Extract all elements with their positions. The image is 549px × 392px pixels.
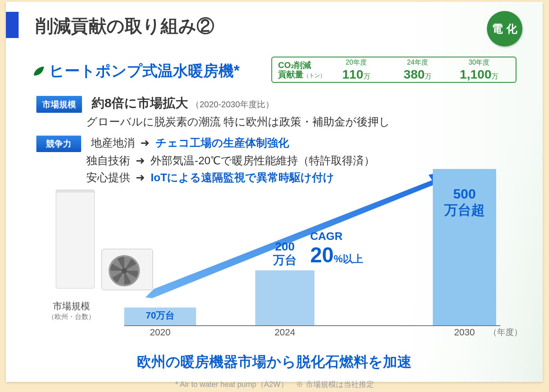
bottom-message: 欧州の暖房機器市場から脱化石燃料を加速 [6, 352, 543, 372]
leaf-icon [32, 65, 45, 78]
market-line1-bold: 約8倍に市場拡大 [92, 96, 188, 110]
bar-2024-label: 200 万台 [255, 240, 314, 267]
arrow-icon: ➜ [136, 154, 145, 167]
bar-2030-label: 500 万台超 [433, 186, 496, 218]
co2-u: 万 [363, 73, 370, 80]
header: 削減貢献の取り組み② 電 化 [6, 12, 543, 39]
co2-reduction-box: CO₂削減 貢献量（トン） 20年度 110万 24年度 380万 30年度 1… [271, 57, 516, 83]
cagr-suffix: %以上 [334, 253, 363, 264]
co2-u: 万 [425, 73, 432, 80]
co2-year: 20年度 [325, 58, 387, 67]
category-badge: 電 化 [487, 11, 522, 46]
compete-row1-a: 独自技術 [86, 154, 130, 167]
co2-value: 110 [342, 67, 363, 81]
page-title: 削減貢献の取り組み② [36, 14, 214, 38]
cagr-label: CAGR [310, 230, 363, 243]
x-axis [124, 325, 500, 326]
cagr-annotation: CAGR 20%以上 [310, 230, 363, 267]
co2-value: 380 [404, 67, 425, 81]
market-line1-note: （2020-2030年度比） [191, 100, 274, 109]
co2-cell-24: 24年度 380万 [387, 58, 448, 82]
x-axis-unit: （年度） [489, 327, 522, 338]
chart-side-label: 市場規模 （欧州・台数） [36, 300, 107, 321]
compete-row2-a: 安心提供 [86, 171, 130, 184]
bar-2030: 500 万台超 [433, 169, 496, 325]
bar-2020: 70万台 [124, 308, 196, 325]
tag-compete: 競争力 [36, 136, 81, 152]
indoor-unit [56, 190, 95, 289]
bar-2020-label: 70万台 [124, 309, 196, 322]
sub-title: ヒートポンプ式温水暖房機* [49, 61, 240, 82]
sub-heading: ヒートポンプ式温水暖房機* [32, 61, 240, 82]
co2-value: 1,100 [460, 67, 492, 81]
compete-row0-b: チェコ工場の生産体制強化 [156, 136, 289, 149]
slide: 削減貢献の取り組み② 電 化 ヒートポンプ式温水暖房機* CO₂削減 貢献量（ト… [6, 2, 543, 382]
footnote: * Air to water heat pump（A2W） ※ 市場規模は当社推… [0, 379, 549, 389]
tag-market: 市場規模 [36, 96, 82, 113]
co2-label-1: CO₂削減 [278, 60, 311, 70]
x-2030: 2030 [454, 327, 475, 338]
co2-year: 24年度 [387, 58, 448, 67]
arrow-icon: ➜ [140, 136, 150, 149]
co2-label-2: 貢献量 [278, 70, 303, 79]
co2-cell-20: 20年度 110万 [325, 58, 387, 82]
chart-side-label-s: （欧州・台数） [36, 313, 107, 321]
co2-unit: （トン） [303, 72, 325, 79]
market-block: 市場規模 約8倍に市場拡大 （2020-2030年度比） グローバルに脱炭素の潮… [36, 93, 390, 131]
chart-side-label-t: 市場規模 [53, 301, 90, 311]
co2-cell-30: 30年度 1,100万 [448, 58, 510, 82]
bar-2024: 200 万台 [255, 270, 314, 325]
compete-block: 競争力 地産地消 ➜ チェコ工場の生産体制強化 独自技術 ➜ 外部気温-20℃で… [36, 134, 375, 186]
compete-row0-a: 地産地消 [91, 136, 135, 149]
co2-label: CO₂削減 貢献量（トン） [278, 60, 325, 79]
compete-row1-b: 外部気温-20℃で暖房性能維持（特許取得済） [150, 154, 375, 167]
accent-bar [6, 12, 19, 38]
market-chart: 70万台 2020 200 万台 2024 500 万台超 2030 （年度） … [124, 179, 500, 335]
market-line2: グローバルに脱炭素の潮流 特に欧州は政策・補助金が後押し [86, 115, 390, 128]
x-2024: 2024 [275, 327, 295, 338]
x-2020: 2020 [150, 327, 171, 338]
co2-u: 万 [492, 73, 498, 80]
co2-year: 30年度 [448, 58, 510, 67]
cagr-value: 20 [310, 243, 334, 267]
